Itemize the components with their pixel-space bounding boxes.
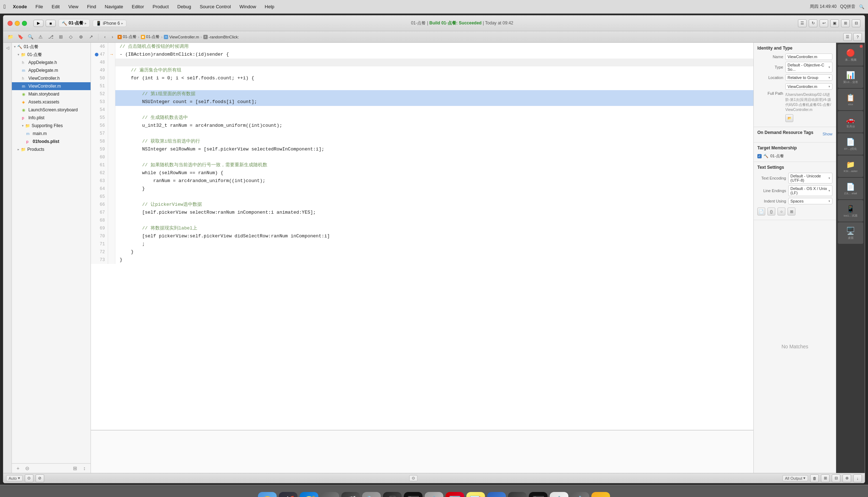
dock-item-safari[interactable]: 🧭: [300, 492, 318, 497]
code-content[interactable]: for (int i = 0; i < self.foods.count; ++…: [115, 74, 753, 82]
menu-navigate[interactable]: Navigate: [103, 3, 124, 10]
branch-icon[interactable]: ⎇: [46, 33, 55, 41]
menu-view[interactable]: View: [67, 3, 80, 10]
split-vertical-btn[interactable]: ⊟: [832, 474, 840, 482]
line-number[interactable]: 64: [91, 185, 108, 193]
thumb-item-1[interactable]: 🔴 未…视频: [838, 44, 863, 66]
code-content[interactable]: // 获取第i组当前选中的行: [115, 138, 753, 145]
sidebar-item-supporting-files[interactable]: ▾ 📁 Supporting Files: [12, 122, 91, 130]
line-number[interactable]: 51: [91, 82, 108, 90]
code-content[interactable]: [115, 193, 753, 201]
line-number[interactable]: 67: [91, 209, 108, 217]
run-button[interactable]: ▶: [33, 20, 43, 27]
device-selector[interactable]: 📱 iPhone 6 ▸: [93, 20, 126, 27]
code-content[interactable]: while (selRowNum == ranNum) {: [115, 169, 753, 177]
line-number[interactable]: 55: [91, 114, 108, 122]
line-number[interactable]: 60: [91, 153, 108, 161]
dock-item-prefs[interactable]: ⚙️: [425, 492, 443, 497]
thumb-item-4[interactable]: 🚗 车丹分: [838, 111, 863, 133]
sidebar-size-button[interactable]: ↕: [81, 465, 88, 472]
location-path-value[interactable]: ViewController.m ▾: [785, 83, 832, 90]
code-content[interactable]: // 让pickerView选中数据: [115, 201, 753, 209]
line-number[interactable]: 54: [91, 106, 108, 114]
warning-icon[interactable]: ⚠: [36, 33, 45, 41]
code-content[interactable]: NSInteger selRowNum = [self.pickerView s…: [115, 145, 753, 153]
layout-refresh-button[interactable]: ↻: [809, 19, 817, 27]
code-content[interactable]: // 生成随机数去选中: [115, 114, 753, 122]
sidebar-item-products[interactable]: ▸ 📁 Products: [12, 145, 91, 153]
line-endings-value[interactable]: Default - OS X / Unix (LF) ▾: [788, 185, 832, 196]
sidebar-item-viewcontroller-m[interactable]: m ViewController.m: [12, 82, 91, 90]
location-value[interactable]: Relative to Group ▾: [785, 74, 832, 81]
menu-source-control[interactable]: Source Control: [198, 3, 232, 10]
code-content[interactable]: [115, 217, 753, 224]
expand-btn[interactable]: ⊕: [842, 474, 851, 482]
sidebar-item-appdelegate-m[interactable]: m AppDelegate.m: [12, 66, 91, 74]
thumb-item-6[interactable]: 📁 KSI…aster: [838, 155, 863, 177]
nav-forward-button[interactable]: ›: [109, 33, 116, 41]
file-icon-tool[interactable]: 📄: [757, 208, 765, 215]
target-checkbox[interactable]: [757, 154, 762, 158]
grid-icon-tool[interactable]: ⊞: [788, 208, 795, 215]
dock-item-photo[interactable]: 🎬: [341, 492, 360, 497]
line-number[interactable]: 53: [91, 98, 108, 106]
breadcrumb-item-file[interactable]: m ViewController.m: [164, 35, 199, 39]
line-number[interactable]: 62: [91, 169, 108, 177]
line-number[interactable]: 63: [91, 177, 108, 185]
line-number[interactable]: 72: [91, 248, 108, 256]
auto-dropdown[interactable]: Auto ▾: [6, 475, 23, 481]
breadcrumb-item-project[interactable]: ▣ 01-点餐: [141, 34, 160, 40]
line-number[interactable]: 59: [91, 145, 108, 153]
filter-output-btn[interactable]: ↓: [853, 474, 862, 482]
code-content[interactable]: NSUInteger count = [self.foods[i] count]…: [115, 98, 753, 106]
code-content[interactable]: ranNum = arc4random_uniform((int)count);: [115, 177, 753, 185]
dock-item-tool[interactable]: 🔧: [362, 492, 381, 497]
line-number[interactable]: 46: [91, 43, 108, 51]
code-content[interactable]: [self pickerView:self.pickerView didSele…: [115, 232, 753, 240]
circle-icon-tool[interactable]: ○: [777, 208, 785, 215]
dock-item-word[interactable]: W: [487, 492, 506, 497]
code-content[interactable]: [115, 59, 753, 66]
dock-item-notes[interactable]: 📝: [466, 492, 485, 497]
name-value[interactable]: ViewController.m: [785, 54, 832, 60]
line-number[interactable]: 71: [91, 240, 108, 248]
layout-split-button[interactable]: ⊞: [841, 19, 850, 27]
sidebar-item-launchscreen[interactable]: ◉ LaunchScreen.storyboard: [12, 106, 91, 114]
encoding-value[interactable]: Default - Unicode (UTF-8) ▾: [788, 173, 832, 184]
code-content[interactable]: // 第i组里面的所有数据: [115, 90, 753, 98]
quick-help-button[interactable]: ?: [853, 33, 862, 41]
line-number[interactable]: 73: [91, 256, 108, 264]
line-number[interactable]: 58: [91, 138, 108, 145]
code-content[interactable]: // 遍历集合中的所有组: [115, 66, 753, 74]
thumb-item-5[interactable]: 📄 07…(优化: [838, 133, 863, 155]
code-content[interactable]: }: [115, 248, 753, 256]
line-number[interactable]: 66: [91, 201, 108, 209]
menu-debug[interactable]: Debug: [176, 3, 193, 10]
code-content[interactable]: // 点击随机点餐按钮的时候调用: [115, 43, 753, 51]
layout-vertical-split-button[interactable]: ⊟: [852, 19, 860, 27]
filter-button[interactable]: ⊝: [24, 465, 31, 472]
dock-item-app7[interactable]: ⚙️: [571, 492, 589, 497]
stop-button[interactable]: ■: [46, 20, 56, 27]
split-view-btn[interactable]: ⊞: [821, 474, 830, 482]
project-selector[interactable]: 🔨 01-点餐 ▸: [59, 19, 90, 27]
sidebar-settings-button[interactable]: ⊞: [72, 465, 78, 472]
clear-output-btn[interactable]: 🗑: [810, 474, 819, 482]
apple-menu[interactable]: : [4, 4, 6, 10]
thumb-item-7[interactable]: 📄 ZJL…etail: [838, 178, 863, 199]
indent-value[interactable]: Spaces ▾: [788, 198, 832, 204]
bookmark-icon[interactable]: 🔖: [16, 33, 25, 41]
line-number[interactable]: 69: [91, 224, 108, 232]
code-content[interactable]: }: [115, 185, 753, 193]
dock-item-app8[interactable]: 📁: [591, 492, 610, 497]
menu-product[interactable]: Product: [151, 3, 170, 10]
type-value[interactable]: Default - Objective-C So... ▾: [785, 62, 832, 73]
dock-item-app5[interactable]: ⬛: [529, 492, 548, 497]
nav-back-button[interactable]: ‹: [101, 33, 108, 41]
output-dropdown[interactable]: All Output ▾: [782, 475, 808, 481]
menu-find[interactable]: Find: [86, 3, 97, 10]
dock-item-launchpad[interactable]: 🚀: [279, 492, 297, 497]
code-content[interactable]: u_int32_t ranNum = arc4random_uniform((i…: [115, 122, 753, 130]
fullscreen-button[interactable]: [22, 21, 27, 26]
line-number[interactable]: 61: [91, 161, 108, 169]
